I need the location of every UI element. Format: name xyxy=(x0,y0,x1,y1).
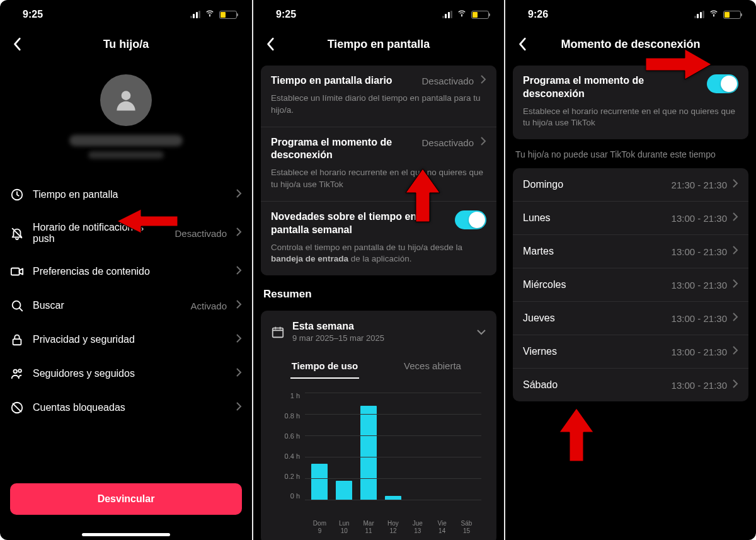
setting-row-people[interactable]: Seguidores y seguidos xyxy=(10,357,242,391)
day-row[interactable]: Viernes 13:00 - 21:30 xyxy=(513,335,748,368)
nav-header: Tu hijo/a xyxy=(0,29,252,59)
back-button[interactable] xyxy=(9,35,26,53)
x-tick: Mar11 xyxy=(359,520,378,535)
svg-rect-5 xyxy=(13,339,21,345)
schedule-downtime-row[interactable]: Programa el momento de desconexión Desac… xyxy=(261,127,496,201)
unlink-button[interactable]: Desvincular xyxy=(10,483,242,515)
profile-header xyxy=(0,59,252,178)
day-row[interactable]: Miércoles 13:00 - 21:30 xyxy=(513,268,748,301)
setting-label: Tiempo en pantalla xyxy=(33,189,227,200)
day-row[interactable]: Lunes 13:00 - 21:30 xyxy=(513,201,748,234)
chevron-right-icon xyxy=(236,367,242,380)
screen-family-settings: 9:25 Tu hijo/a Tiempo en pantalla xyxy=(0,0,252,540)
chevron-right-icon xyxy=(732,178,738,191)
tab-usage-time[interactable]: Tiempo de uso xyxy=(271,353,379,379)
clock-icon xyxy=(10,188,24,202)
nav-header: Tiempo en pantalla xyxy=(253,29,504,59)
day-label: Viernes xyxy=(523,346,672,357)
x-tick: Dom9 xyxy=(310,520,329,535)
day-time: 13:00 - 21:30 xyxy=(672,246,727,257)
wifi-icon xyxy=(456,9,467,20)
lock-icon xyxy=(10,333,24,347)
chevron-right-icon xyxy=(732,379,738,391)
wifi-icon xyxy=(204,9,215,20)
setting-row-search[interactable]: Buscar Activado xyxy=(10,289,242,323)
chevron-right-icon xyxy=(236,227,242,239)
screen-screen-time: 9:25 Tiempo en pantalla Tiempo en pantal… xyxy=(252,0,504,540)
day-label: Domingo xyxy=(523,179,672,190)
page-title: Tu hijo/a xyxy=(103,38,149,51)
search-icon xyxy=(10,299,24,313)
y-tick: 0.8 h xyxy=(276,413,305,420)
x-tick: Vie14 xyxy=(433,520,452,535)
setting-row-ban[interactable]: Cuentas bloqueadas xyxy=(10,391,242,425)
day-row[interactable]: Jueves 13:00 - 21:30 xyxy=(513,301,748,335)
status-time: 9:26 xyxy=(528,9,548,20)
setting-label: Horario de notificaciones push xyxy=(33,222,166,244)
setting-label: Seguidores y seguidos xyxy=(33,368,227,379)
card-title: Programa el momento de desconexión xyxy=(523,74,701,101)
day-label: Miércoles xyxy=(523,279,672,290)
chevron-right-icon xyxy=(236,333,242,346)
daily-screen-time-row[interactable]: Tiempo en pantalla diario Desactivado Es… xyxy=(261,66,496,127)
y-tick: 0.6 h xyxy=(276,433,305,440)
setting-row-video[interactable]: Preferencias de contenido xyxy=(10,255,242,289)
tab-times-opened[interactable]: Veces abierta xyxy=(379,353,486,379)
day-time: 13:00 - 21:30 xyxy=(672,213,727,224)
x-tick: Lun10 xyxy=(335,520,353,535)
week-selector[interactable]: Esta semana 9 mar 2025–15 mar 2025 xyxy=(271,319,486,345)
back-button[interactable] xyxy=(262,35,280,53)
x-tick: Sáb15 xyxy=(457,520,476,535)
svg-rect-11 xyxy=(273,328,284,337)
battery-icon xyxy=(219,11,237,19)
week-range: 9 mar 2025–15 mar 2025 xyxy=(292,333,469,343)
chevron-right-icon xyxy=(480,74,486,87)
y-tick: 0.4 h xyxy=(276,453,305,460)
status-time: 9:25 xyxy=(23,9,43,20)
card-status: Desactivado xyxy=(421,137,474,148)
setting-label: Buscar xyxy=(33,300,181,311)
card-description: Controla el tiempo en pantalla de tu hij… xyxy=(271,242,486,266)
day-row[interactable]: Domingo 21:30 - 21:30 xyxy=(513,168,748,201)
cellular-icon xyxy=(694,11,705,18)
day-time: 13:00 - 21:30 xyxy=(672,313,727,324)
day-label: Lunes xyxy=(523,212,672,224)
svg-point-0 xyxy=(209,16,210,16)
setting-row-clock[interactable]: Tiempo en pantalla xyxy=(10,178,242,212)
day-row[interactable]: Martes 13:00 - 21:30 xyxy=(513,234,748,268)
y-tick: 0.2 h xyxy=(276,473,305,480)
chevron-right-icon xyxy=(480,136,486,149)
bell-off-icon xyxy=(10,226,24,240)
back-button[interactable] xyxy=(514,35,532,53)
summary-header: Resumen xyxy=(253,275,504,304)
page-title: Tiempo en pantalla xyxy=(328,38,430,51)
weekly-updates-toggle[interactable] xyxy=(455,210,486,229)
day-schedule-list: Domingo 21:30 - 21:30 Lunes 13:00 - 21:3… xyxy=(513,168,748,401)
unlink-label: Desvincular xyxy=(98,493,155,505)
day-time: 13:00 - 21:30 xyxy=(672,380,727,391)
nav-header: Momento de desconexión xyxy=(505,29,756,59)
avatar[interactable] xyxy=(100,74,152,126)
chevron-right-icon xyxy=(236,299,242,312)
setting-row-bell-off[interactable]: Horario de notificaciones push Desactiva… xyxy=(10,212,242,255)
schedule-downtime-card: Programa el momento de desconexión Estab… xyxy=(513,66,748,139)
chevron-right-icon xyxy=(732,245,738,258)
schedule-downtime-toggle[interactable] xyxy=(707,74,738,93)
chevron-down-icon xyxy=(476,326,486,338)
svg-rect-3 xyxy=(11,268,20,275)
weekly-updates-row: Novedades sobre el tiempo en pantalla se… xyxy=(261,201,496,275)
day-time: 13:00 - 21:30 xyxy=(672,347,727,357)
card-description: Establece el horario recurrente en el qu… xyxy=(523,106,738,130)
day-label: Martes xyxy=(523,246,672,257)
setting-row-lock[interactable]: Privacidad y seguridad xyxy=(10,323,242,357)
people-icon xyxy=(10,367,24,381)
day-row[interactable]: Sábado 13:00 - 21:30 xyxy=(513,368,748,401)
info-text: Tu hijo/a no puede usar TikTok durante e… xyxy=(505,139,756,164)
wifi-icon xyxy=(708,9,719,20)
usage-chart: 1 h0.8 h0.6 h0.4 h0.2 h0 h Dom9Lun10Mar1… xyxy=(271,379,486,540)
settings-card-group: Tiempo en pantalla diario Desactivado Es… xyxy=(261,66,496,275)
chevron-right-icon xyxy=(732,345,738,358)
status-bar: 9:25 xyxy=(0,0,252,29)
card-status: Desactivado xyxy=(421,76,474,86)
screen-downtime-schedule: 9:26 Momento de desconexión Programa el … xyxy=(504,0,756,540)
